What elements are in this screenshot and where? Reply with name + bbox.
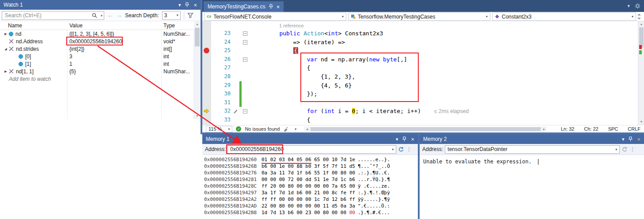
memory-bytes[interactable]: 0a 3a 11 7d 1f b6 55 1f 00 80 00	[261, 170, 358, 176]
outline-collapse-icon[interactable]: −	[243, 40, 247, 45]
gutter-cell[interactable]	[202, 64, 211, 72]
memory-bytes[interactable]: 3a 1f 7d 1d b6 00 21 00 8c fe ff	[261, 189, 358, 196]
memory-bytes[interactable]: 00 00 00 72 00 dd 51 1e 7d 1c b6	[261, 176, 358, 183]
scroll-down-icon[interactable]: ▼	[194, 113, 201, 119]
filter-icon[interactable]	[187, 13, 193, 18]
pin-icon[interactable]	[269, 4, 273, 9]
memory-row[interactable]: 0x000002556B1942760a 3a 11 7d 1f b6 55 1…	[204, 170, 418, 176]
memory1-titlebar[interactable]: Memory 1 ▾ ×	[202, 134, 418, 144]
search-depth-select[interactable]: 3 ▾	[162, 11, 181, 20]
split-window-icon[interactable]	[636, 14, 642, 19]
zoom-select[interactable]: 115 % ▾	[206, 126, 232, 132]
window-position-icon[interactable]: ▾	[396, 137, 398, 142]
memory2-address-combo[interactable]: tensor.TensorDataPointer ▾	[445, 145, 620, 154]
watch-row[interactable]: ▶nd{[[1, 2, 3], [4, 5, 6]]}NumShar...	[0, 30, 194, 38]
pin-icon[interactable]	[629, 136, 633, 142]
outline-collapse-icon[interactable]: −	[243, 31, 247, 36]
watch-vertical-scrollbar[interactable]: ▲ ▼	[194, 21, 201, 119]
search-icon[interactable]	[92, 13, 97, 18]
memory1-address-combo[interactable]: 0x000002556B194260 ▾	[227, 145, 396, 154]
gutter-cell[interactable]	[202, 72, 211, 81]
gutter-cell[interactable]	[202, 116, 211, 125]
gutter-cell[interactable]	[202, 107, 211, 116]
watch-row[interactable]: nd.Address0x000002556b194260void*	[0, 38, 194, 45]
memory-row[interactable]: 0x000002556B1942AD22 00 80 00 00 00 00 1…	[204, 203, 418, 209]
code-line-29[interactable]: 29{4, 5, 6}	[202, 81, 638, 90]
memory-bytes[interactable]: 1d 7d 13 b6 00 23 00 80 00 00 00	[261, 209, 358, 216]
scrollbar-thumb[interactable]	[195, 28, 200, 46]
tree-expander-icon[interactable]: ◢	[3, 47, 9, 51]
gutter-cell[interactable]	[202, 98, 211, 107]
memory-dump[interactable]: 0x000002556B19426001 02 03 04 05 06 65 0…	[202, 155, 418, 219]
close-icon[interactable]: ×	[637, 136, 640, 142]
code-line-24[interactable]: 24−=> (iterate) =>	[202, 38, 638, 47]
close-icon[interactable]: ×	[277, 4, 280, 10]
scroll-down-icon[interactable]: ▼	[638, 119, 644, 125]
window-position-icon[interactable]: ▾	[622, 137, 625, 142]
watch-value[interactable]: 0x000002556b194260	[69, 38, 122, 45]
splitter-watch-editor[interactable]	[201, 0, 202, 134]
pin-icon[interactable]	[402, 136, 406, 142]
gutter-cell[interactable]	[202, 90, 211, 98]
code-line-30[interactable]: 30});	[202, 90, 638, 98]
health-check-icon[interactable]: ✓	[236, 126, 241, 132]
scroll-right-icon[interactable]: ►	[542, 127, 547, 132]
gutter-cell[interactable]	[202, 81, 211, 90]
code-line-25[interactable]: 25{	[202, 46, 638, 55]
memory-bytes[interactable]: ff 20 00 80 00 00 00 00 7a 65 00	[261, 183, 358, 189]
scroll-up-icon[interactable]: ▲	[194, 21, 201, 27]
settings-gear-icon[interactable]	[635, 3, 640, 9]
watch-add-item-row[interactable]: Add item to watch	[0, 75, 194, 83]
editor-vertical-scrollbar[interactable]: ▲ ▼	[638, 21, 644, 125]
window-position-icon[interactable]: ▾	[178, 3, 181, 8]
toolbar-overflow-icon[interactable]: ⋮	[406, 147, 411, 152]
column-header-type[interactable]: Type	[161, 23, 194, 29]
code-cleanup-icon[interactable]	[283, 126, 288, 132]
watch-value[interactable]: 3	[69, 53, 72, 60]
toolbar-overflow-icon[interactable]: ⋮	[630, 147, 635, 152]
code-editor[interactable]: 1 reference 23−public Action<int> Consta…	[202, 21, 638, 125]
close-icon[interactable]: ×	[193, 2, 197, 8]
codelens-references[interactable]: 1 reference	[279, 23, 304, 28]
code-line-31[interactable]: 31	[202, 98, 638, 107]
gutter-cell[interactable]	[202, 29, 211, 38]
splitter-memory1-memory2[interactable]	[418, 134, 420, 219]
refresh-icon[interactable]	[621, 147, 627, 152]
memory-bytes[interactable]: b6 00 1e 00 88 b0 3f 5f 7f 11 d5	[261, 163, 358, 170]
scrollbar-thumb[interactable]	[311, 127, 540, 131]
horizontal-scrollbar[interactable]: ◄ ►	[304, 127, 546, 132]
memory2-titlebar[interactable]: Memory 2 ▾ ×	[420, 134, 644, 144]
search-prev-icon[interactable]: ←	[107, 12, 113, 19]
pin-icon[interactable]	[185, 2, 189, 8]
outline-collapse-icon[interactable]: −	[243, 57, 247, 62]
issues-status-text[interactable]: No issues found	[245, 126, 280, 132]
code-line-32[interactable]: 32−for (int i = 0; i < iterate; i++)≤ 2m…	[202, 107, 638, 116]
codelens[interactable]: 1 reference	[202, 22, 638, 29]
watch-value[interactable]: {[[1, 2, 3], [4, 5, 6]]}	[69, 31, 114, 37]
refresh-icon[interactable]	[398, 147, 404, 152]
code-line-26[interactable]: 26−var nd = np.array(new byte[,]	[202, 55, 638, 64]
memory-bytes[interactable]: 01 02 03 04 05 06 65 00 10 7d 1e	[261, 156, 358, 163]
code-line-33[interactable]: 33{	[202, 116, 638, 125]
memory2-message-area[interactable]: Unable to evaluate the expression.	[420, 155, 644, 219]
code-line-28[interactable]: 28{1, 2, 3},	[202, 72, 638, 81]
search-options-chevron-icon[interactable]: ▾	[101, 14, 102, 18]
memory-row[interactable]: 0x000002556B19426001 02 03 04 05 06 65 0…	[204, 156, 418, 163]
chevron-down-icon[interactable]: ▾	[292, 127, 296, 131]
watch-row[interactable]: [1]1int	[0, 60, 194, 68]
memory-row[interactable]: 0x000002556B1942A2ff ff 00 00 00 00 1c 7…	[204, 196, 418, 203]
memory-bytes[interactable]: 22 00 80 00 00 00 00 11 d5 0a 3a	[261, 203, 358, 209]
memory-bytes[interactable]: ff ff 00 00 00 00 1c 7d 12 b6 ff	[261, 196, 358, 203]
breakpoint-icon[interactable]	[204, 48, 209, 53]
splitter-editor-memory[interactable]	[201, 132, 644, 134]
gutter-cell[interactable]	[202, 46, 211, 55]
watch-row[interactable]: ◢nd.strides{int[2]}int[]	[0, 45, 194, 53]
member-dropdown[interactable]: Constant2x3 ▾	[492, 12, 636, 21]
memory-row[interactable]: 0x000002556B1942B81d 7d 13 b6 00 23 00 8…	[204, 209, 418, 216]
code-line-27[interactable]: 27{	[202, 64, 638, 72]
column-header-value[interactable]: Value	[67, 23, 161, 29]
watch-row[interactable]: ▶nd[1, 1]{5}NumShar...	[0, 68, 194, 75]
watch-titlebar[interactable]: Watch 1 ▾ ×	[0, 0, 201, 10]
close-icon[interactable]: ×	[411, 136, 414, 142]
tree-expander-icon[interactable]: ▶	[3, 70, 9, 73]
